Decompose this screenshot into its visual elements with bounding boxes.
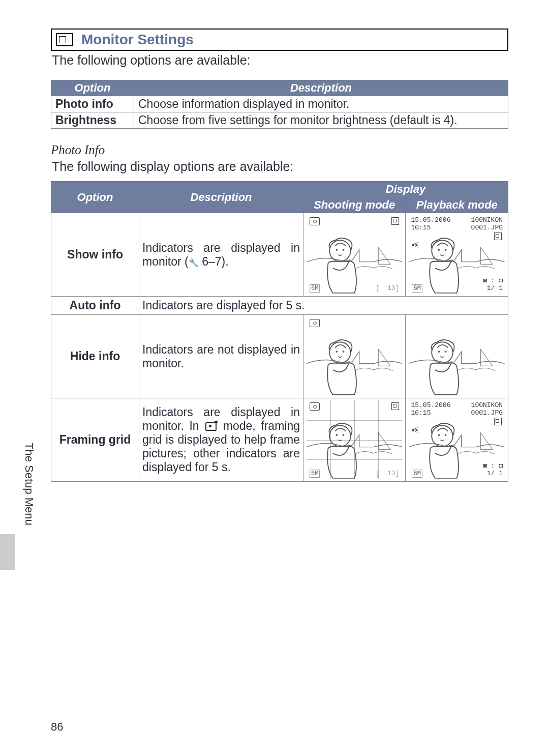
svg-marker-15 xyxy=(481,349,493,366)
sample-illustration xyxy=(307,215,402,294)
desc-cell: Choose information displayed in monitor. xyxy=(134,96,508,112)
svg-point-22 xyxy=(445,434,447,436)
voice-memo-icon: 🕬 xyxy=(412,242,418,249)
sample-illustration xyxy=(307,317,402,396)
desc-cell: Indicators are not displayed in monitor. xyxy=(139,315,303,398)
playback-cell xyxy=(406,315,508,398)
svg-point-14 xyxy=(445,351,447,353)
col-display: Display xyxy=(303,182,508,197)
table-row: Hide info Indicators are not displayed i… xyxy=(51,315,508,398)
page-number: 86 xyxy=(51,720,63,734)
desc-cell: Indicators are displayed in monitor (🔧 6… xyxy=(139,213,303,297)
section-header: Monitor Settings xyxy=(51,28,508,51)
svg-marker-11 xyxy=(378,349,390,366)
option-cell: Hide info xyxy=(51,315,139,398)
subsection-title: Photo Info xyxy=(51,143,508,157)
svg-point-1 xyxy=(336,249,338,251)
camera-mode-icon xyxy=(310,217,320,225)
resolution-badge: 6M xyxy=(310,284,320,293)
table-row: Show info Indicators are displayed in mo… xyxy=(51,213,508,297)
camera-mode-icon xyxy=(310,402,320,411)
svg-point-17 xyxy=(336,434,338,436)
table-row: Photo info Choose information displayed … xyxy=(51,96,508,112)
camera-icon xyxy=(205,422,217,431)
side-caption: The Setup Menu xyxy=(22,443,36,526)
svg-marker-3 xyxy=(378,247,390,264)
playback-cell: 15.05.200610:15100NIKON0001.JPG🕬6M◙ : ◘1… xyxy=(406,398,508,482)
desc-cell: Indicators are displayed in monitor. In … xyxy=(139,398,303,482)
resolution-badge: 6M xyxy=(412,284,422,293)
subsection-intro: The following display options are availa… xyxy=(52,159,507,174)
memory-card-icon xyxy=(391,402,399,410)
option-cell: Auto info xyxy=(51,297,139,315)
svg-point-18 xyxy=(343,434,345,436)
svg-point-6 xyxy=(445,249,447,251)
voice-memo-icon: 🕬 xyxy=(412,427,418,434)
table-row: Auto info Indicators are displayed for 5… xyxy=(51,297,508,315)
monitor-icon xyxy=(56,33,73,46)
svg-point-5 xyxy=(438,249,440,251)
option-cell: Framing grid xyxy=(51,398,139,482)
svg-marker-7 xyxy=(481,247,493,264)
col-description: Description xyxy=(134,80,508,96)
col-playback: Playback mode xyxy=(406,197,508,213)
memory-card-icon xyxy=(494,418,502,425)
col-shooting: Shooting mode xyxy=(303,197,406,213)
svg-marker-23 xyxy=(481,432,493,449)
memory-card-icon xyxy=(494,232,502,240)
svg-point-21 xyxy=(438,434,440,436)
sample-illustration xyxy=(409,317,505,396)
table-row: Framing grid Indicators are displayed in… xyxy=(51,398,508,482)
resolution-badge: 6M xyxy=(412,470,422,478)
wrench-icon: 🔧 xyxy=(189,258,199,267)
svg-point-2 xyxy=(343,249,345,251)
table-row: Brightness Choose from five settings for… xyxy=(51,112,508,129)
svg-point-10 xyxy=(343,351,345,353)
svg-point-9 xyxy=(336,351,338,353)
option-cell: Show info xyxy=(51,213,139,297)
resolution-badge: 6M xyxy=(310,470,320,478)
camera-mode-icon xyxy=(310,319,320,327)
desc-cell: Choose from five settings for monitor br… xyxy=(134,112,508,129)
section-title: Monitor Settings xyxy=(81,32,194,48)
memory-card-icon xyxy=(391,217,399,225)
col-option: Option xyxy=(51,80,134,96)
display-table: Option Description Display Shooting mode… xyxy=(51,181,508,482)
option-cell: Photo info xyxy=(51,96,134,112)
svg-marker-19 xyxy=(378,432,390,449)
shooting-cell: 6M[ 13] xyxy=(303,398,406,482)
desc-cell: Indicators are displayed for 5 s. xyxy=(139,297,508,315)
svg-point-13 xyxy=(438,351,440,353)
intro-text: The following options are available: xyxy=(52,53,507,68)
shooting-cell xyxy=(303,315,406,398)
option-cell: Brightness xyxy=(51,112,134,129)
options-table: Option Description Photo info Choose inf… xyxy=(51,80,508,129)
col-option: Option xyxy=(51,182,139,213)
col-description: Description xyxy=(139,182,303,213)
shooting-cell: 6M[ 13] xyxy=(303,213,406,297)
playback-cell: 15.05.200610:15100NIKON0001.JPG🕬6M◙ : ◘1… xyxy=(406,213,508,297)
side-tab xyxy=(0,534,15,570)
sample-illustration xyxy=(307,400,402,479)
